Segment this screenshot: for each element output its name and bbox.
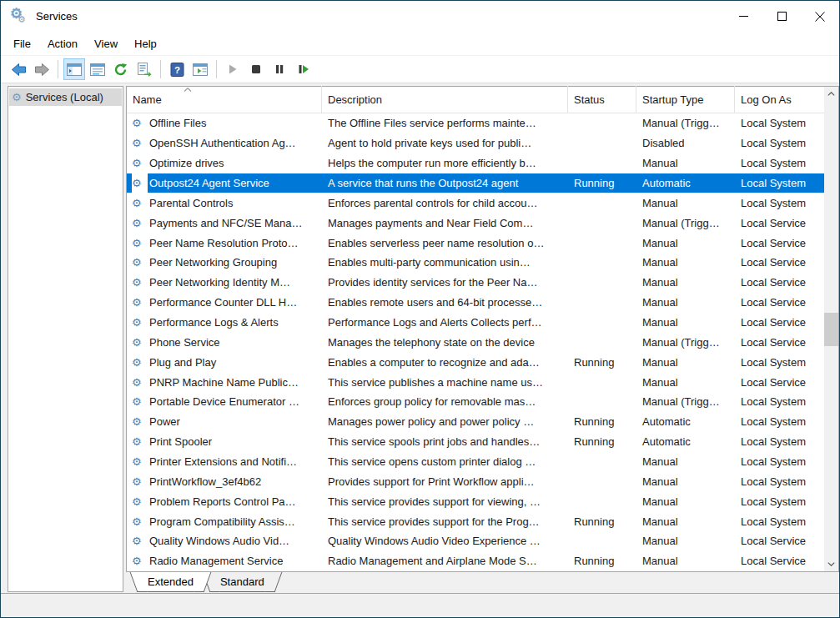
- table-row[interactable]: ⚙ Performance Counter DLL H… Enables rem…: [127, 293, 824, 313]
- table-row[interactable]: ⚙ OpenSSH Authentication Ag… Agent to ho…: [127, 133, 824, 153]
- table-row[interactable]: ⚙ Print Spooler This service spools prin…: [127, 432, 824, 452]
- service-description: This service opens custom printer dialog…: [322, 452, 568, 472]
- table-row[interactable]: ⚙ Payments and NFC/SE Mana… Manages paym…: [127, 213, 824, 233]
- service-name: Performance Logs & Alerts: [148, 313, 322, 333]
- show-action-pane-button[interactable]: [189, 58, 211, 80]
- cell-name: ⚙ Radio Management Service: [127, 551, 322, 571]
- service-log-on-as: Local Service: [735, 372, 824, 392]
- table-row[interactable]: ⚙ Power Manages power policy and power p…: [127, 412, 824, 432]
- services-window: ⚙ ⚙ Services File Action View Help: [0, 0, 840, 618]
- table-row[interactable]: ⚙ Phone Service Manages the telephony st…: [127, 332, 824, 352]
- maximize-button[interactable]: [762, 1, 801, 32]
- service-startup-type: Disabled: [636, 133, 735, 153]
- table-row[interactable]: ⚙ Radio Management Service Radio Managem…: [127, 551, 824, 571]
- column-header-description[interactable]: Description: [322, 86, 568, 113]
- stop-service-button[interactable]: [245, 58, 267, 80]
- export-list-button[interactable]: [133, 58, 155, 80]
- start-icon: [227, 63, 239, 75]
- column-header-log-on-as[interactable]: Log On As: [735, 86, 824, 113]
- service-status: Running: [568, 173, 636, 193]
- restart-service-button[interactable]: [292, 58, 314, 80]
- table-row[interactable]: ⚙ Peer Networking Grouping Enables multi…: [127, 253, 824, 273]
- service-gear-icon: ⚙: [132, 173, 148, 193]
- service-startup-type: Manual: [636, 491, 735, 511]
- pause-service-button[interactable]: [269, 58, 290, 80]
- table-row[interactable]: ⚙ Printer Extensions and Notifi… This se…: [127, 452, 824, 472]
- vertical-scrollbar[interactable]: [824, 87, 838, 571]
- service-gear-icon: ⚙: [132, 392, 148, 412]
- service-status: [568, 531, 636, 551]
- table-row[interactable]: ⚙ Peer Networking Identity M… Provides i…: [127, 273, 824, 293]
- service-name: Problem Reports Control Pa…: [148, 491, 322, 511]
- action-pane-icon: [193, 63, 208, 76]
- back-button[interactable]: [8, 58, 29, 80]
- scrollbar-thumb[interactable]: [824, 313, 838, 346]
- column-header-status[interactable]: Status: [568, 86, 636, 113]
- table-row[interactable]: ⚙ PrintWorkflow_3ef4b62 Provides support…: [127, 471, 824, 491]
- service-log-on-as: Local Service: [735, 332, 824, 352]
- table-row[interactable]: ⚙ Plug and Play Enables a computer to re…: [127, 352, 824, 372]
- help-button[interactable]: ?: [166, 58, 188, 80]
- service-gear-icon: ⚙: [132, 352, 148, 372]
- service-status: Running: [568, 412, 636, 432]
- service-startup-type: Manual: [636, 273, 735, 293]
- table-row[interactable]: ⚙ Quality Windows Audio Vid… Quality Win…: [127, 531, 824, 551]
- service-gear-icon: ⚙: [132, 213, 148, 233]
- table-row[interactable]: ⚙ Parental Controls Enforces parental co…: [127, 193, 824, 213]
- properties-button[interactable]: [87, 58, 108, 80]
- content-area: ⚙ Services (Local) Name Description Stat…: [1, 83, 839, 617]
- service-description: Enables multi-party communication usin…: [322, 253, 568, 273]
- service-startup-type: Manual (Trigg…: [636, 392, 735, 412]
- service-description: Helps the computer run more efficiently …: [322, 153, 568, 173]
- table-row[interactable]: ⚙ Portable Device Enumerator … Enforces …: [127, 392, 824, 412]
- properties-icon: [90, 63, 105, 76]
- start-service-button[interactable]: [222, 58, 244, 80]
- service-description: Quality Windows Audio Video Experience …: [322, 531, 568, 551]
- service-description: A service that runs the Outpost24 agent: [322, 173, 568, 193]
- scroll-down-button[interactable]: [824, 557, 838, 571]
- service-gear-icon: ⚙: [132, 491, 148, 511]
- toolbar: ?: [1, 56, 839, 83]
- table-row[interactable]: ⚙ Optimize drives Helps the computer run…: [127, 153, 824, 173]
- service-gear-icon: ⚙: [132, 511, 148, 531]
- table-row[interactable]: ⚙ Program Compatibility Assis… This serv…: [127, 511, 824, 531]
- scroll-up-button[interactable]: [824, 87, 838, 101]
- service-description: Performance Logs and Alerts Collects per…: [322, 313, 568, 333]
- service-description: Radio Management and Airplane Mode S…: [322, 551, 568, 571]
- service-description: Manages power policy and power policy …: [322, 412, 568, 432]
- service-startup-type: Manual: [636, 193, 735, 213]
- tree-item-services-local[interactable]: ⚙ Services (Local): [9, 88, 122, 106]
- service-gear-icon: ⚙: [132, 253, 148, 273]
- refresh-button[interactable]: [110, 58, 132, 80]
- window-title: Services: [36, 10, 78, 23]
- toolbar-separator: [160, 60, 161, 78]
- menu-file[interactable]: File: [5, 34, 39, 53]
- tab-extended[interactable]: Extended: [138, 572, 204, 592]
- service-name: Printer Extensions and Notifi…: [148, 452, 322, 472]
- show-console-tree-button[interactable]: [63, 58, 85, 80]
- table-row[interactable]: ⚙ Problem Reports Control Pa… This servi…: [127, 491, 824, 511]
- service-status: [568, 253, 636, 273]
- service-log-on-as: Local System: [735, 392, 824, 412]
- tab-standard[interactable]: Standard: [210, 572, 274, 592]
- column-header-name[interactable]: Name: [127, 86, 322, 113]
- service-gear-icon: ⚙: [132, 233, 148, 253]
- menu-action[interactable]: Action: [39, 34, 86, 53]
- cell-name: ⚙ Print Spooler: [127, 432, 322, 452]
- menu-view[interactable]: View: [86, 34, 126, 53]
- service-description: Provides identity services for the Peer …: [322, 273, 568, 293]
- table-row[interactable]: ⚙ Outpost24 Agent Service A service that…: [127, 173, 824, 193]
- table-row[interactable]: ⚙ Offline Files The Offline Files servic…: [127, 113, 824, 133]
- table-row[interactable]: ⚙ PNRP Machine Name Public… This service…: [127, 372, 824, 392]
- table-row[interactable]: ⚙ Peer Name Resolution Proto… Enables se…: [127, 233, 824, 253]
- column-header-startup-type[interactable]: Startup Type: [636, 86, 735, 113]
- service-name: Portable Device Enumerator …: [148, 392, 322, 412]
- service-description: This service provides support for the Pr…: [322, 511, 568, 531]
- close-button[interactable]: [801, 1, 839, 32]
- minimize-button[interactable]: [724, 1, 762, 32]
- forward-button[interactable]: [31, 58, 53, 80]
- service-description: Enforces parental controls for child acc…: [322, 193, 568, 213]
- menu-help[interactable]: Help: [126, 34, 165, 53]
- list-header: Name Description Status Startup Type Log…: [127, 87, 824, 113]
- table-row[interactable]: ⚙ Performance Logs & Alerts Performance …: [127, 313, 824, 333]
